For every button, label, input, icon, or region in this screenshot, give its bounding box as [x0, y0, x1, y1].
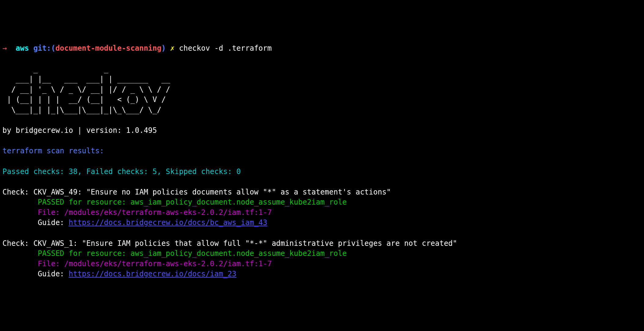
check-result: PASSED for resource: aws_iam_policy_docu… [38, 198, 347, 206]
command-input[interactable]: checkov -d .terraform [179, 44, 272, 53]
prompt-arrow: → [2, 44, 7, 53]
ascii-logo: _ _ ___| |__ ___ ___| | _______ __ / __|… [2, 65, 170, 125]
check-title: Check: CKV_AWS_1: "Ensure IAM policies t… [2, 239, 457, 248]
check-result: PASSED for resource: aws_iam_policy_docu… [38, 249, 347, 258]
prompt-status-icon: ✗ [170, 44, 174, 53]
scan-results-header: terraform scan results: [2, 147, 104, 155]
prompt-branch: document-module-scanning [55, 44, 161, 53]
guide-label: Guide: [38, 270, 69, 278]
guide-label: Guide: [38, 218, 69, 227]
prompt-context: aws [16, 44, 29, 53]
check-file: File: /modules/eks/terraform-aws-eks-2.0… [38, 208, 272, 217]
prompt-git-close: ) [161, 44, 166, 53]
check-title: Check: CKV_AWS_49: "Ensure no IAM polici… [2, 188, 391, 196]
byline-text: by bridgecrew.io | version: 1.0.495 [2, 126, 157, 135]
check-file: File: /modules/eks/terraform-aws-eks-2.0… [38, 260, 272, 268]
guide-link[interactable]: https://docs.bridgecrew.io/docs/iam_23 [69, 270, 236, 278]
guide-link[interactable]: https://docs.bridgecrew.io/docs/bc_aws_i… [69, 218, 267, 227]
scan-summary: Passed checks: 38, Failed checks: 5, Ski… [2, 167, 241, 176]
prompt-git-label: git:( [33, 44, 55, 53]
